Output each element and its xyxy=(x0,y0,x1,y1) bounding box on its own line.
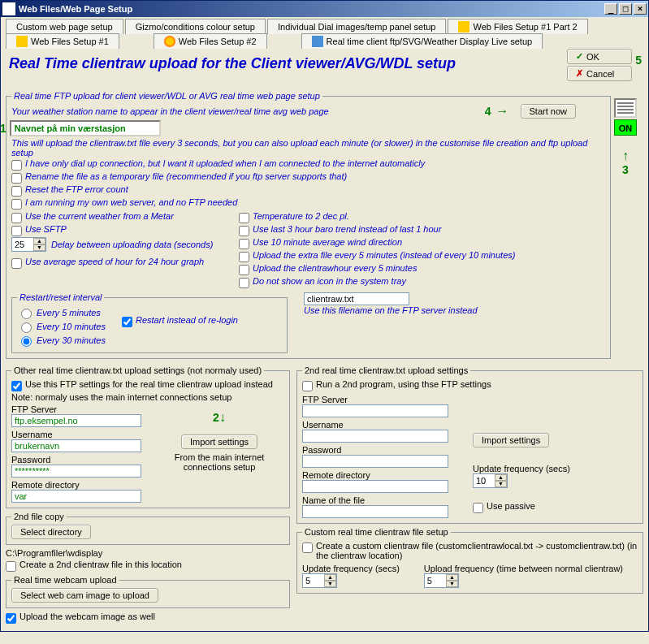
chk-create-custom[interactable] xyxy=(302,542,313,553)
chk-avg-speed[interactable] xyxy=(11,258,22,269)
ftp2-pass-label: Password xyxy=(302,445,456,455)
on-toggle[interactable]: ON xyxy=(614,119,637,136)
custom-file-group: Custom real time clientraw file setup Cr… xyxy=(296,527,643,594)
chk-own-webserver[interactable] xyxy=(11,199,22,210)
delay-label: Delay between uploading data (seconds) xyxy=(51,240,213,249)
chk-hour-5min[interactable] xyxy=(239,265,249,275)
second-copy-group: 2nd file copy Select directory xyxy=(6,512,290,545)
password-label: Password xyxy=(11,455,141,465)
tab-webfiles-1[interactable]: Web Files Setup #1 xyxy=(6,33,119,49)
tab-webfiles-1-part2[interactable]: Web Files Setup #1 Part 2 xyxy=(448,19,587,34)
radio-10min[interactable] xyxy=(21,322,32,333)
cancel-button[interactable]: Cancel xyxy=(567,66,632,81)
ftp2-user-label: Username xyxy=(302,420,456,430)
page-icon xyxy=(16,36,28,47)
chk-sftp[interactable] xyxy=(11,226,22,236)
chk-use-passive[interactable] xyxy=(473,503,483,513)
chk-3hr-baro[interactable] xyxy=(239,226,249,236)
second-upload-legend: 2nd real time clientraw.txt upload setti… xyxy=(302,365,470,375)
window-title: Web Files/Web Page Setup xyxy=(19,4,603,14)
select-directory-button[interactable]: Select directory xyxy=(11,525,91,539)
chk-upload-webcam[interactable] xyxy=(6,613,16,624)
ftp2-rdir-input[interactable] xyxy=(302,480,448,493)
ftp-server-label: FTP Server xyxy=(11,404,141,414)
maximize-button[interactable]: □ xyxy=(619,3,632,15)
other-legend: Other real time clientraw.txt upload set… xyxy=(11,365,264,375)
delay-spinner[interactable]: ▲▼ xyxy=(11,237,46,252)
ftp2-name-input[interactable] xyxy=(302,505,448,518)
remote-dir-input[interactable] xyxy=(11,490,141,503)
custom-upd-spinner[interactable]: ▲▼ xyxy=(302,573,337,588)
spin-up[interactable]: ▲ xyxy=(33,238,45,244)
ftp2-server-input[interactable] xyxy=(302,404,448,417)
step-3: 3 xyxy=(622,163,629,176)
page-title: Real Time clientraw upload for the Clien… xyxy=(6,49,643,79)
ftp2-rdir-label: Remote directory xyxy=(302,470,456,480)
filename-input[interactable] xyxy=(304,292,409,305)
tab-row-1: Custom web page setup Gizmo/conditions c… xyxy=(6,19,643,34)
custom-file-legend: Custom real time clientraw file setup xyxy=(302,527,451,537)
step-1: 1 xyxy=(0,122,6,135)
chk-temp-2dec[interactable] xyxy=(239,213,249,223)
tab-dial-images[interactable]: Individual Dial images/temp panel setup xyxy=(267,19,446,34)
tab-webfiles-2[interactable]: Web Files Setup #2 xyxy=(154,33,267,49)
filename-note: Use this filename on the FTP server inst… xyxy=(304,305,478,315)
close-button[interactable]: × xyxy=(634,3,647,15)
tab-realtime-ftp[interactable]: Real time client ftp/SVG/Weather Display… xyxy=(301,33,543,49)
import-settings-2-button[interactable]: Import settings xyxy=(473,433,549,447)
realtime-ftp-legend: Real time FTP upload for client viewer/W… xyxy=(11,91,322,101)
titlebar: Web Files/Web Page Setup _ □ × xyxy=(1,1,648,17)
chk-10min-wind[interactable] xyxy=(239,239,249,249)
station-name-input[interactable] xyxy=(10,120,161,136)
radio-30min[interactable] xyxy=(21,336,32,347)
chk-use-ftp-settings[interactable] xyxy=(11,381,22,391)
tab-row-2: Web Files Setup #1 Web Files Setup #2 Re… xyxy=(6,34,643,49)
arrow-right-icon: → xyxy=(496,104,509,119)
password-input[interactable] xyxy=(11,465,141,478)
second-upload-group: 2nd real time clientraw.txt upload setti… xyxy=(296,365,643,524)
import-note: From the main internet connections setup xyxy=(154,452,284,472)
chk-create-2nd-file[interactable] xyxy=(6,561,16,572)
ftp2-name-label: Name of the file xyxy=(302,495,456,505)
ftp2-pass-input[interactable] xyxy=(302,455,448,468)
chk-run-2nd-program[interactable] xyxy=(302,381,313,391)
webcam-group: Real time webcam upload Select web cam i… xyxy=(6,575,290,608)
spin-down[interactable]: ▼ xyxy=(33,244,45,251)
chk-dialup[interactable] xyxy=(11,160,22,171)
chk-restart-relogin[interactable] xyxy=(122,317,132,327)
ftp-server-input[interactable] xyxy=(11,414,141,427)
realtime-ftp-group: Real time FTP upload for client viewer/W… xyxy=(6,91,611,359)
chk-metar[interactable] xyxy=(11,213,22,223)
upload-desc: This will upload the clientraw.txt file … xyxy=(11,138,605,158)
chk-no-tray-icon[interactable] xyxy=(239,278,249,288)
chk-extra-5min[interactable] xyxy=(239,252,249,262)
ftp2-user-input[interactable] xyxy=(302,430,448,443)
import-settings-button[interactable]: Import settings xyxy=(181,434,257,449)
minimize-button[interactable]: _ xyxy=(604,3,617,15)
chk-reset-error[interactable] xyxy=(11,186,22,197)
tab-custom-web-page[interactable]: Custom web page setup xyxy=(6,19,123,34)
restart-group: Restart/reset interval Every 5 minutes E… xyxy=(11,292,288,353)
username-input[interactable] xyxy=(11,439,141,452)
start-now-button[interactable]: Start now xyxy=(521,104,576,119)
other-settings-group: Other real time clientraw.txt upload set… xyxy=(6,365,290,508)
check-icon xyxy=(576,51,583,62)
arrow-down-icon: ↓ xyxy=(219,410,226,424)
second-copy-legend: 2nd file copy xyxy=(11,512,67,521)
custom-upl-spinner[interactable]: ▲▼ xyxy=(424,573,459,588)
step-4: 4 xyxy=(485,105,491,118)
webcam-legend: Real time webcam upload xyxy=(11,575,119,585)
radio-5min[interactable] xyxy=(21,309,32,319)
select-webcam-button[interactable]: Select web cam image to upload xyxy=(11,588,158,603)
tab-gizmo-colour[interactable]: Gizmo/conditions colour setup xyxy=(125,19,266,34)
ok-button[interactable]: OK xyxy=(567,49,632,64)
status-indicator xyxy=(614,98,637,118)
weather-icon xyxy=(312,36,323,47)
chk-rename-temp[interactable] xyxy=(11,173,22,184)
app-icon xyxy=(2,2,15,15)
ftp2-server-label: FTP Server xyxy=(302,395,456,404)
custom-upd-label: Update frequency (secs) xyxy=(302,564,400,573)
freq2-spinner[interactable]: ▲▼ xyxy=(473,473,508,488)
custom-upl-label: Upload frequency (time between normal cl… xyxy=(424,564,623,573)
second-copy-path: C:\Programfiler\wdisplay xyxy=(6,548,290,558)
